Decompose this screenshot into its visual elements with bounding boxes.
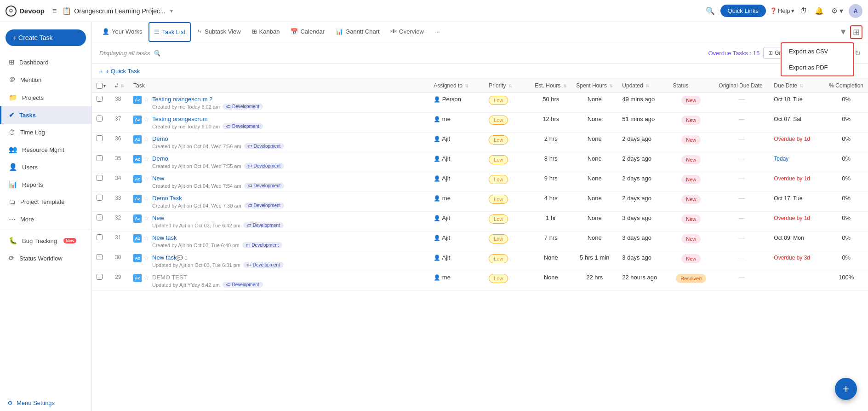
task-name[interactable]: Demo [152, 135, 168, 142]
col-header-updated[interactable]: Updated ⇅ [617, 79, 668, 93]
task-name[interactable]: DEMO TEST [152, 274, 187, 281]
task-spent-hours: None [571, 93, 617, 113]
fab-add-button[interactable]: + [835, 378, 857, 400]
star-icon[interactable]: ☆ [143, 155, 149, 162]
sidebar-item-users[interactable]: 👤 Users [0, 158, 91, 176]
search-tasks-icon[interactable]: 🔍 [153, 50, 160, 57]
col-header-esthours[interactable]: Est. Hours ⇅ [530, 79, 571, 93]
search-button[interactable]: 🔍 [704, 5, 717, 17]
star-icon[interactable]: ☆ [143, 135, 149, 143]
app-name: Devoop [19, 7, 45, 15]
col-header-assigned[interactable]: Assigned to ⇅ [429, 79, 484, 93]
project-selector[interactable]: 📋 Orangescrum Learning Projec... ▾ [62, 6, 172, 15]
sidebar-item-tasks[interactable]: ✔ Tasks [0, 106, 91, 124]
task-name[interactable]: Demo [152, 155, 168, 162]
col-header-spenthours[interactable]: Spent Hours ⇅ [571, 79, 617, 93]
due-date-value: Overdue by 1d [774, 136, 810, 142]
menu-settings[interactable]: ⚙ Menu Settings [0, 395, 91, 411]
task-completion: 0% [824, 133, 868, 152]
task-name[interactable]: New [152, 175, 164, 182]
tab-calendar[interactable]: 📅 Calendar [286, 22, 329, 42]
create-task-button[interactable]: + Create Task [6, 29, 86, 46]
row-checkbox[interactable] [97, 254, 103, 260]
sidebar-item-projecttemplate[interactable]: 🗂 Project Template [0, 193, 91, 210]
tab-label: Subtask View [205, 28, 241, 35]
tab-more[interactable]: ··· [430, 22, 445, 42]
select-all-checkbox[interactable] [97, 83, 103, 89]
star-icon[interactable]: ☆ [143, 234, 149, 242]
col-header-check: ▾ [92, 79, 110, 93]
star-icon[interactable]: ☆ [143, 195, 149, 202]
quick-links-button[interactable]: Quick Links [720, 5, 766, 17]
ganttchart-icon: 📊 [336, 28, 343, 35]
tab-overview[interactable]: 👁 Overview [386, 22, 428, 42]
priority-badge: Low [489, 135, 508, 145]
star-icon[interactable]: ☆ [143, 116, 149, 123]
task-meta-text: Updated by Ajit Y'day 8:42 am [152, 282, 220, 288]
user-icon: 👤 [434, 96, 440, 103]
row-checkbox[interactable] [97, 175, 103, 181]
sidebar-item-statusworkflow[interactable]: ⟳ Status Workflow [0, 249, 91, 267]
refresh-button[interactable]: ↻ [855, 49, 861, 58]
task-completion: 0% [824, 93, 868, 113]
col-header-num[interactable]: # ⇅ [110, 79, 129, 93]
row-checkbox[interactable] [97, 155, 103, 161]
star-icon[interactable]: ☆ [143, 274, 149, 281]
task-info-cell: Az ☆ New task💬 1 Updated by Ajit on Oct … [129, 251, 429, 271]
star-icon[interactable]: ☆ [143, 96, 149, 103]
tab-ganttchart[interactable]: 📊 Ganntt Chart [331, 22, 384, 42]
star-icon[interactable]: ☆ [143, 254, 149, 261]
tab-subtaskview[interactable]: ⤷ Subtask View [193, 22, 246, 42]
col-header-priority[interactable]: Priority ⇅ [484, 79, 530, 93]
task-name[interactable]: Testing orangescrum 2 [152, 96, 213, 103]
sidebar-item-dashboard[interactable]: ⊞ Dashboard [0, 53, 91, 71]
row-checkbox[interactable] [97, 214, 103, 220]
tab-yourworks[interactable]: 👤 Your Works [97, 22, 147, 42]
export-csv-item[interactable]: Export as CSV [782, 43, 853, 59]
chevron-down-icon: ▾ [170, 8, 173, 14]
row-checkbox[interactable] [97, 274, 103, 280]
task-completion: 0% [824, 232, 868, 251]
task-priority: Low [484, 113, 530, 133]
row-checkbox[interactable] [97, 195, 103, 201]
settings-button[interactable]: ⚙ ▾ [829, 5, 845, 17]
row-checkbox[interactable] [97, 135, 103, 141]
sidebar-item-bugtracking[interactable]: 🐛 Bug Tracking New [0, 232, 91, 249]
task-name[interactable]: New [152, 214, 164, 221]
sidebar-item-mention[interactable]: ＠ Mention [0, 71, 91, 89]
col-header-due[interactable]: Due Date ⇅ [769, 79, 824, 93]
export-pdf-item[interactable]: Export as PDF [782, 59, 853, 75]
quick-task-row[interactable]: + + Quick Task [92, 64, 868, 79]
help-button[interactable]: ❓ Help ▾ [770, 7, 794, 14]
sidebar: + Create Task ⊞ Dashboard ＠ Mention 📁 Pr… [0, 22, 92, 411]
num-sort-icon: ⇅ [120, 83, 124, 88]
sidebar-item-resource[interactable]: 👥 Resource Mgmt [0, 141, 91, 158]
filter-button[interactable]: ▼ [839, 27, 847, 37]
overdue-tasks-badge[interactable]: Overdue Tasks : 15 [708, 50, 760, 57]
bell-button[interactable]: 🔔 [813, 5, 826, 17]
sidebar-item-reports[interactable]: 📊 Reports [0, 176, 91, 193]
row-checkbox[interactable] [97, 234, 103, 240]
task-name[interactable]: Testing orangescrum [152, 116, 208, 122]
bug-tracking-new-badge: New [63, 238, 77, 243]
star-icon[interactable]: ☆ [143, 175, 149, 182]
columns-button[interactable]: ⊞ [850, 25, 862, 39]
task-tag: 🏷 Development [243, 222, 284, 228]
select-chevron-icon[interactable]: ▾ [103, 83, 106, 88]
star-icon[interactable]: ☆ [143, 214, 149, 222]
menu-settings-label: Menu Settings [17, 399, 55, 406]
menu-toggle-button[interactable]: ≡ [51, 5, 58, 17]
tab-kanban[interactable]: ⊞ Kanban [247, 22, 285, 42]
task-name[interactable]: New task [152, 254, 177, 261]
task-name[interactable]: New task [152, 234, 177, 241]
row-checkbox[interactable] [97, 96, 103, 102]
tab-tasklist[interactable]: ☰ Task List [148, 22, 191, 42]
task-name[interactable]: Demo Task [152, 195, 182, 202]
row-checkbox[interactable] [97, 116, 103, 122]
avatar[interactable]: A [849, 4, 862, 18]
sidebar-item-projects[interactable]: 📁 Projects [0, 89, 91, 106]
sidebar-item-timelog[interactable]: ⏱ Time Log [0, 124, 91, 141]
clock-button[interactable]: ⏱ [798, 5, 809, 17]
sidebar-item-more[interactable]: ⋯ More [0, 210, 91, 228]
priority-badge: Low [489, 96, 508, 105]
